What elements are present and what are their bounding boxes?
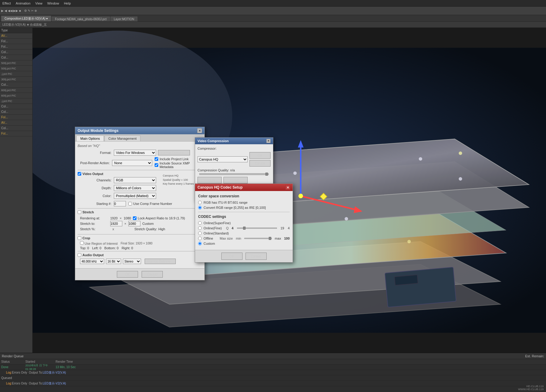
divider-4 [78,251,202,251]
tab-main-options[interactable]: Main Options [76,135,104,141]
offline-slider-track[interactable] [244,238,272,239]
crop-checkbox[interactable] [78,236,81,240]
include-source-xmp-checkbox[interactable] [155,163,158,167]
rendering-at-h: 1080 [124,216,131,220]
radio-convert-label: Convert RGB range [0,255] as IRE [0,100] [204,206,266,209]
fine-slider-thumb[interactable] [243,227,246,230]
top-label: Top: 0 [80,246,89,250]
include-project-link-checkbox[interactable] [155,157,158,161]
x-sep-1: × [117,216,124,220]
compressor-row: Compressor: [198,147,271,150]
stretch-h-input[interactable] [128,221,140,226]
format-options-btn[interactable]: Format Options ... [158,150,190,155]
video-output-checkbox[interactable] [78,172,81,176]
codec-setup-dialog: Canopus HQ Codec Setup ✕ Color space con… [195,183,293,263]
audio-output-label: Audio Output [82,253,104,257]
superfine-row: Online(SuperFine) [198,221,290,225]
stretch-checkbox[interactable] [78,210,81,214]
quality-value: n/a [230,168,235,172]
final-size-label: Final Size: 1920 × 1080 [121,242,153,245]
color-row: Color: Premultiplied (Matted) [78,193,202,199]
tab-color-management[interactable]: Color Management [104,135,141,141]
codec-close[interactable]: ✕ [285,185,290,190]
lock-aspect-row[interactable]: Lock Aspect Ratio to 16:9 (1.79) [133,216,185,220]
stretch-label: Stretch [82,210,94,214]
compressor-select-row: Canopus HQ OK Cancel [198,152,271,167]
output-ok-btn[interactable]: OK [117,271,138,278]
x-sep-3: x [110,227,116,231]
quality-slider[interactable] [199,173,269,175]
stretch-w-input[interactable] [110,221,122,226]
starting-label: Starting #: [78,202,114,206]
radio-convert[interactable] [198,206,202,209]
fine-label: Online(Fine) [204,226,222,230]
output-module-titlebar: Output Module Settings ✕ [75,127,204,134]
channels-select[interactable]: RGB [114,177,156,183]
max-val: 100 [284,237,290,240]
audio-bit-select[interactable]: 16 Bit [106,259,121,264]
post-render-select[interactable]: None [112,160,152,166]
crop-label: Crop [82,236,90,240]
x-sep-2: × [122,222,128,225]
stretch-quality-value: High [158,227,165,231]
vc-close[interactable]: ✕ [266,139,271,143]
left-label: Left: 0 [92,246,101,250]
quality-row: Compression Quality: n/a [198,168,271,172]
codec-divider [198,212,290,212]
radio-custom[interactable] [198,242,202,245]
post-render-label: Post-Render Action: [78,161,112,165]
use-comp-frame-checkbox[interactable] [128,202,132,206]
depth-select[interactable]: Millions of Colors [114,185,156,191]
radio-bt601[interactable] [198,201,202,204]
format-select[interactable]: Video For Windows [114,150,156,156]
custom-label: Custom [142,222,154,225]
use-region-checkbox[interactable] [80,241,84,245]
vc-ok-btn[interactable]: OK [249,152,271,159]
compressor-select[interactable]: Canopus HQ [198,156,248,162]
right-label: Right: 0 [122,246,133,250]
codec-cancel-btn[interactable]: Cancel [246,253,267,260]
offline-row: Offline Max size min max 100 [198,237,290,240]
color-space-title: Color space conversion [198,194,290,198]
output-module-body: Based on "HQ" Format: Video For Windows … [75,142,204,268]
audio-ch-select[interactable]: Stereo [123,259,141,264]
stretch-to-row: Stretch to: × Custom [78,221,202,226]
codec-ok-btn[interactable]: OK [221,253,242,260]
vc-about-btn[interactable]: About... [223,177,248,183]
vc-cancel-btn[interactable]: Cancel [249,160,271,167]
output-module-tabs: Main Options Color Management [75,134,204,142]
depth-label: Depth: [78,186,114,190]
starting-input[interactable] [114,201,126,206]
vc-configure-btn[interactable]: Configure... [198,177,222,183]
divider-1 [78,170,202,170]
max-label: max [275,237,281,240]
output-module-close[interactable]: ✕ [197,128,202,133]
lock-aspect-checkbox[interactable] [133,216,136,220]
divider-2 [78,208,202,209]
q-extra: 4 [288,226,290,230]
output-cancel-btn[interactable]: Cancel [142,271,163,278]
q-label: Q [226,226,229,230]
radio-superfine[interactable] [198,221,202,225]
offline-slider-thumb[interactable] [269,237,271,240]
codec-body: Color space conversion RGB has ITU-R BT.… [195,191,293,250]
based-on-label: Based on "HQ" [78,144,202,148]
audio-hz-select[interactable]: 48.000 kHz [80,259,104,264]
use-comp-frame-row[interactable]: Use Comp Frame Number [128,202,172,206]
stretch-section: Rendering at: 1920 × 1080 Lock Aspect Ra… [78,215,202,233]
radio-convert-row: Convert RGB range [0,255] as IRE [0,100] [198,206,290,209]
radio-fine[interactable] [198,226,202,230]
audio-format-options-btn[interactable]: Format Options... [145,259,176,264]
codec-titlebar: Canopus HQ Codec Setup ✕ [195,184,293,191]
radio-standard[interactable] [198,231,202,235]
configure-about-row: Configure... About... [198,177,271,183]
stretch-to-label: Stretch to: [80,222,110,225]
radio-bt601-label: RGB has ITU-R BT.601 range [204,201,248,204]
radio-offline[interactable] [198,237,202,240]
q-max: 19 [281,226,284,230]
format-row: Format: Video For Windows Format Options… [78,149,202,156]
color-select[interactable]: Premultiplied (Matted) [114,193,156,199]
audio-output-header: Audio Output [78,253,202,257]
audio-output-checkbox[interactable] [78,253,81,257]
crop-trbl-row: Top: 0 Left: 0 Bottom: 0 Right: 0 [78,246,202,250]
